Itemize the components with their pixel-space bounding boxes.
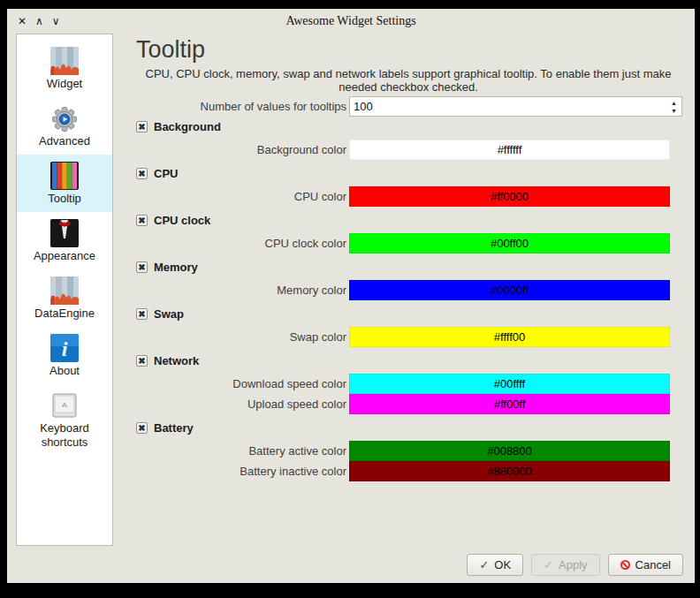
sidebar-item-label: About xyxy=(49,364,80,378)
section-header: ✖ CPU xyxy=(129,166,688,181)
color-row: Battery inactive color #880000 xyxy=(129,461,688,481)
widget-graph-icon xyxy=(50,47,79,75)
sidebar-item-label: Tooltip xyxy=(48,192,81,206)
color-swatch-button[interactable]: #ffff00 xyxy=(349,327,670,347)
section-label: CPU xyxy=(154,167,178,180)
section-label: Memory xyxy=(154,261,198,274)
tooltip-values-input[interactable] xyxy=(350,99,651,114)
color-row-label: CPU color xyxy=(129,190,349,203)
color-value: #0000ff xyxy=(491,284,529,297)
color-swatch-button[interactable]: #00ff00 xyxy=(349,233,670,254)
cancel-button-label: Cancel xyxy=(635,558,671,572)
sidebar-item-label: Keyboard shortcuts xyxy=(19,421,110,450)
tuxedo-icon xyxy=(50,219,79,247)
sidebar-item-label: Appearance xyxy=(34,249,95,263)
check-icon: ✓ xyxy=(479,559,489,571)
page-description: CPU, CPU clock, memory, swap and network… xyxy=(129,67,688,94)
checkbox-checked[interactable]: ✖ xyxy=(136,355,148,367)
color-value: #008800 xyxy=(487,444,532,458)
section-label: Network xyxy=(154,354,199,367)
sidebar-item-dataengine[interactable]: DataEngine xyxy=(17,269,112,327)
color-row: Memory color #0000ff xyxy=(129,280,688,300)
color-value: #880000 xyxy=(487,465,532,478)
color-row: Download speed color #00ffff xyxy=(129,374,688,394)
checkbox-checked[interactable]: ✖ xyxy=(136,422,148,434)
sidebar-item-label: Widget xyxy=(47,77,82,91)
color-value: #ff0000 xyxy=(491,190,529,203)
checkbox-checked[interactable]: ✖ xyxy=(136,168,148,179)
svg-text:i: i xyxy=(62,337,68,360)
section-header: ✖ CPU clock xyxy=(129,213,688,228)
page-title: Tooltip xyxy=(136,35,688,64)
color-value: #ffffff xyxy=(498,143,522,156)
apply-button[interactable]: ✓ Apply xyxy=(531,554,599,576)
dialog-buttons: ✓ OK ✓ Apply Cancel xyxy=(467,554,683,576)
tooltip-values-spinbox: ▲ ▼ xyxy=(349,96,682,117)
apply-button-label: Apply xyxy=(559,558,588,572)
section-header: ✖ Swap xyxy=(129,307,688,322)
color-swatch-button[interactable]: #ffffff xyxy=(349,140,670,160)
color-value: #00ff00 xyxy=(491,237,529,250)
color-stripes-icon xyxy=(50,162,79,190)
cancel-icon xyxy=(620,560,630,570)
color-row-label: Battery inactive color xyxy=(129,465,349,478)
color-row-label: Download speed color xyxy=(129,377,349,390)
spinner-up-icon[interactable]: ▲ xyxy=(671,99,677,107)
checkbox-checked[interactable]: ✖ xyxy=(136,261,148,273)
sidebar-item-advanced[interactable]: Advanced xyxy=(17,97,112,155)
color-row: Swap color #ffff00 xyxy=(129,327,688,347)
color-value: #ffff00 xyxy=(494,330,525,344)
color-swatch-button[interactable]: #880000 xyxy=(349,461,670,481)
color-swatch-button[interactable]: #00ffff xyxy=(349,374,670,394)
section-header: ✖ Battery xyxy=(129,420,688,435)
section-label: Battery xyxy=(154,421,194,435)
color-row: Background color #ffffff xyxy=(129,140,688,160)
section-label: CPU clock xyxy=(154,214,210,227)
color-swatch-button[interactable]: #ff00ff xyxy=(349,394,670,414)
checkbox-checked[interactable]: ✖ xyxy=(136,215,148,226)
ok-button-label: OK xyxy=(494,558,511,572)
section-label: Background xyxy=(154,120,221,133)
keyboard-key-icon: A xyxy=(50,391,79,420)
sidebar-item-appearance[interactable]: Appearance xyxy=(17,212,112,269)
color-swatch-button[interactable]: #008800 xyxy=(349,441,670,461)
color-swatch-button[interactable]: #ff0000 xyxy=(349,186,670,207)
section-header: ✖ Memory xyxy=(129,260,688,275)
cancel-button[interactable]: Cancel xyxy=(608,554,683,576)
sidebar-item-tooltip[interactable]: Tooltip xyxy=(17,155,112,212)
titlebar: ✕ ∧ ∨ Awesome Widget Settings xyxy=(7,9,695,34)
tooltip-values-label: Number of values for tooltips xyxy=(129,100,349,113)
svg-text:A: A xyxy=(62,401,67,409)
color-row-label: Battery active color xyxy=(129,444,349,458)
section-label: Swap xyxy=(154,307,184,321)
color-row-label: Memory color xyxy=(129,284,349,297)
checkbox-checked[interactable]: ✖ xyxy=(136,308,148,320)
color-row-label: Background color xyxy=(129,143,349,156)
spinner-down-icon[interactable]: ▼ xyxy=(671,107,677,115)
tooltip-values-row: Number of values for tooltips ▲ ▼ xyxy=(129,96,688,117)
ok-button[interactable]: ✓ OK xyxy=(467,554,523,576)
color-row: CPU clock color #00ff00 xyxy=(129,233,688,254)
color-row-label: Swap color xyxy=(129,330,349,344)
settings-dialog: ✕ ∧ ∨ Awesome Widget Settings Widget Adv… xyxy=(7,9,695,583)
checkbox-checked[interactable]: ✖ xyxy=(136,121,148,132)
section-header: ✖ Network xyxy=(129,353,688,368)
spinner-arrows: ▲ ▼ xyxy=(671,99,677,115)
check-icon: ✓ xyxy=(544,559,553,571)
color-row: Upload speed color #ff00ff xyxy=(129,394,688,414)
section-header: ✖ Background xyxy=(129,119,688,134)
info-icon: i xyxy=(50,334,79,362)
color-row: CPU color #ff0000 xyxy=(129,186,688,207)
sidebar-item-widget[interactable]: Widget xyxy=(17,40,112,97)
sidebar-item-keyboard-shortcuts[interactable]: A Keyboard shortcuts xyxy=(17,384,112,456)
sections: ✖ Background Background color #ffffff ✖ … xyxy=(129,119,688,481)
sidebar-item-label: Advanced xyxy=(39,134,90,148)
sidebar-item-about[interactable]: i About xyxy=(17,327,112,384)
color-row-label: CPU clock color xyxy=(129,237,349,250)
sidebar: Widget Advanced Tooltip Appearance DataE… xyxy=(16,34,113,546)
color-swatch-button[interactable]: #0000ff xyxy=(349,280,670,300)
sidebar-item-label: DataEngine xyxy=(34,307,95,321)
gear-icon xyxy=(50,104,79,132)
color-value: #ff00ff xyxy=(494,397,526,411)
color-row-label: Upload speed color xyxy=(129,397,349,411)
